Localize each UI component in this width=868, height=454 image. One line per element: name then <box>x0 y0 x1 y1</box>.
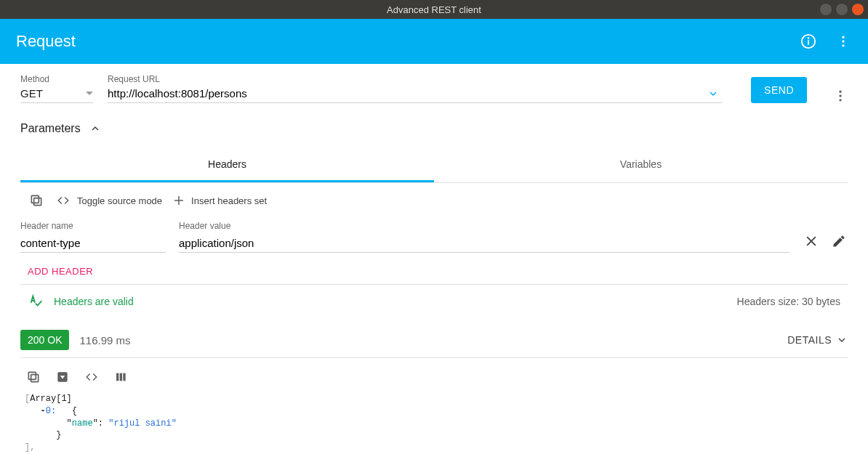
details-label: DETAILS <box>787 334 832 346</box>
more-icon[interactable] <box>835 33 852 50</box>
headers-toolbar: Toggle source mode Insert headers set <box>20 183 848 218</box>
tabs-bar: Headers Variables <box>20 148 848 183</box>
response-body: [Array[1] -0: { "name": "rijul saini" } … <box>20 392 848 454</box>
response-raw-icon[interactable] <box>83 368 100 386</box>
svg-point-8 <box>839 99 841 101</box>
tab-variables[interactable]: Variables <box>434 148 848 182</box>
app-header: Request <box>0 19 868 64</box>
svg-rect-19 <box>116 373 118 381</box>
header-value-label: Header value <box>179 221 789 231</box>
window-titlebar: Advanced REST client <box>0 0 868 19</box>
svg-rect-10 <box>31 195 39 203</box>
response-copy-icon[interactable] <box>25 368 42 386</box>
url-input[interactable] <box>108 87 704 100</box>
svg-point-7 <box>839 94 841 97</box>
svg-point-5 <box>842 44 844 46</box>
svg-point-4 <box>842 40 844 42</box>
chevron-down-icon <box>836 334 848 346</box>
validation-row: Headers are valid Headers size: 30 bytes <box>20 284 848 318</box>
request-more-icon[interactable] <box>833 89 848 103</box>
remove-header-icon[interactable] <box>803 232 820 250</box>
validation-message: Headers are valid <box>54 296 134 307</box>
dropdown-arrow-icon <box>86 92 93 95</box>
url-field-wrap: Request URL <box>108 74 722 103</box>
plus-icon <box>172 194 185 207</box>
send-button[interactable]: SEND <box>751 77 807 103</box>
edit-header-icon[interactable] <box>830 232 848 250</box>
request-row: Method GET Request URL SEND <box>20 74 848 103</box>
url-field <box>108 87 722 103</box>
svg-point-3 <box>842 36 844 38</box>
details-button[interactable]: DETAILS <box>787 334 848 346</box>
response-status-row: 200 OK 116.99 ms DETAILS <box>20 323 848 358</box>
header-value-input[interactable] <box>179 234 789 253</box>
window-minimize-button[interactable] <box>820 4 832 15</box>
add-header-button[interactable]: ADD HEADER <box>28 266 93 277</box>
toggle-source-button[interactable]: Toggle source mode <box>55 194 162 207</box>
tab-headers[interactable]: Headers <box>20 148 434 182</box>
svg-rect-15 <box>31 375 39 382</box>
response-download-icon[interactable] <box>54 368 71 386</box>
window-controls <box>820 4 864 15</box>
header-row: Header name Header value <box>20 218 848 253</box>
header-name-wrap: Header name <box>20 221 166 253</box>
json-key: name <box>72 418 93 429</box>
method-value: GET <box>20 87 43 100</box>
svg-rect-20 <box>120 373 122 381</box>
parameters-toggle[interactable]: Parameters <box>20 122 848 135</box>
method-field-wrap: Method GET <box>20 74 93 103</box>
insert-headers-label: Insert headers set <box>191 195 267 206</box>
window-close-button[interactable] <box>852 4 864 15</box>
window-maximize-button[interactable] <box>836 4 848 15</box>
spellcheck-icon <box>28 293 44 309</box>
header-name-input[interactable] <box>20 234 166 253</box>
svg-rect-21 <box>123 373 125 381</box>
svg-point-2 <box>808 38 809 38</box>
info-icon[interactable] <box>800 33 817 50</box>
status-badge: 200 OK <box>20 330 69 350</box>
headers-size: Headers size: 30 bytes <box>737 296 840 307</box>
parameters-label: Parameters <box>20 122 81 135</box>
method-select[interactable]: GET <box>20 87 93 103</box>
url-dropdown-icon[interactable] <box>704 88 722 100</box>
copy-icon[interactable] <box>28 192 45 209</box>
json-index: 0 <box>46 406 51 416</box>
response-toolbar <box>20 358 848 392</box>
insert-headers-button[interactable]: Insert headers set <box>172 194 267 207</box>
json-array-label: Array[1] <box>30 394 72 404</box>
header-value-wrap: Header value <box>179 221 789 253</box>
toggle-source-label: Toggle source mode <box>77 195 162 206</box>
svg-rect-16 <box>28 372 36 379</box>
code-icon <box>55 194 71 207</box>
window-title: Advanced REST client <box>0 4 868 15</box>
json-value: rijul saini <box>113 418 171 429</box>
svg-point-6 <box>839 91 841 93</box>
response-columns-icon[interactable] <box>112 368 129 386</box>
response-time: 116.99 ms <box>79 334 130 346</box>
page-title: Request <box>16 32 76 51</box>
header-name-label: Header name <box>20 221 166 231</box>
chevron-up-icon <box>89 123 101 134</box>
method-label: Method <box>20 74 93 84</box>
url-label: Request URL <box>108 74 722 84</box>
header-row-actions <box>803 232 848 253</box>
svg-rect-9 <box>34 198 41 206</box>
